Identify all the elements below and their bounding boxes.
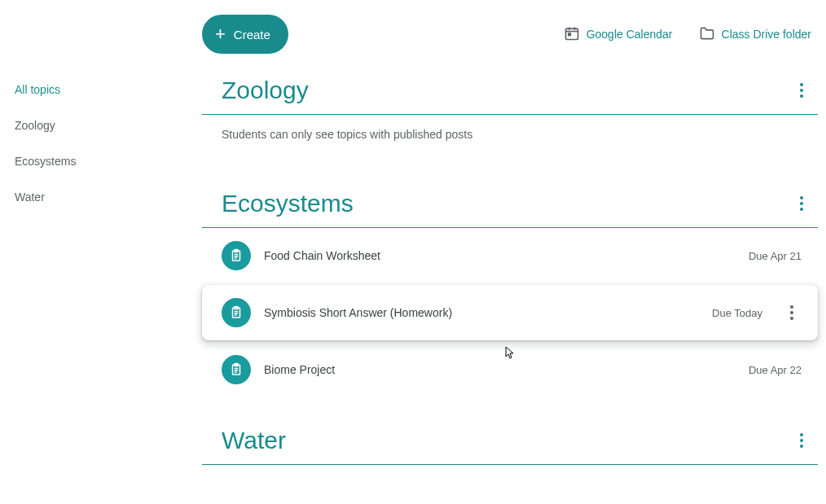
create-label: Create [234, 28, 270, 42]
topic-section-zoology: Zoology Students can only see topics wit… [202, 70, 818, 160]
assignment-icon [222, 241, 251, 270]
svg-rect-0 [565, 28, 578, 39]
assignment-due: Due Apr 22 [749, 364, 802, 376]
plus-icon: + [215, 25, 226, 43]
assignment-due: Due Today [712, 307, 762, 319]
topic-note: Students can only see topics with publis… [202, 115, 818, 160]
sidebar-item-all-topics[interactable]: All topics [15, 72, 202, 107]
topic-section-ecosystems: Ecosystems Food Chain Worksheet Due Apr … [202, 183, 818, 397]
topic-title[interactable]: Ecosystems [222, 190, 354, 217]
main-content: + Create Google Calendar [202, 0, 826, 504]
sidebar-item-zoology[interactable]: Zoology [15, 107, 202, 143]
assignment-title: Food Chain Worksheet [264, 249, 736, 262]
calendar-icon [564, 25, 580, 44]
more-options-icon[interactable] [792, 81, 811, 100]
topic-header: Ecosystems [202, 183, 818, 228]
create-button[interactable]: + Create [202, 15, 288, 54]
assignment-due: Due Apr 21 [749, 250, 802, 262]
topic-header: Water [202, 420, 818, 465]
folder-icon [699, 25, 715, 44]
topic-title[interactable]: Zoology [222, 77, 309, 104]
sidebar-item-ecosystems[interactable]: Ecosystems [15, 143, 202, 179]
topic-section-water: Water [202, 420, 818, 465]
topic-title[interactable]: Water [222, 427, 286, 454]
assignment-icon [222, 298, 251, 327]
drive-folder-label: Class Drive folder [722, 28, 811, 41]
assignment-title: Symbiosis Short Answer (Homework) [264, 306, 699, 319]
calendar-link[interactable]: Google Calendar [557, 25, 679, 44]
assignment-row[interactable]: Food Chain Worksheet Due Apr 21 [202, 228, 818, 283]
svg-rect-6 [235, 250, 239, 252]
assignment-title: Biome Project [264, 363, 736, 376]
assignment-icon [222, 355, 251, 384]
svg-rect-16 [235, 364, 239, 366]
assignment-row[interactable]: Biome Project Due Apr 22 [202, 342, 818, 397]
more-options-icon[interactable] [792, 194, 811, 213]
drive-folder-link[interactable]: Class Drive folder [692, 25, 818, 44]
sidebar-item-water[interactable]: Water [15, 179, 202, 215]
svg-rect-4 [568, 33, 570, 36]
topic-header: Zoology [202, 70, 818, 115]
more-options-icon[interactable] [782, 303, 802, 322]
more-options-icon[interactable] [792, 431, 811, 450]
calendar-link-label: Google Calendar [587, 28, 673, 41]
svg-rect-11 [235, 307, 239, 309]
sidebar: All topics Zoology Ecosystems Water [0, 0, 202, 504]
assignment-row[interactable]: Symbiosis Short Answer (Homework) Due To… [202, 285, 818, 340]
topbar: + Create Google Calendar [202, 0, 818, 70]
